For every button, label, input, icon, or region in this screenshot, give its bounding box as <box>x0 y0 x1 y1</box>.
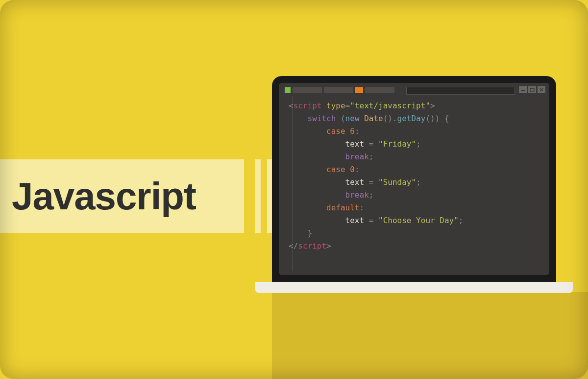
editor-toolbar <box>279 85 549 96</box>
editor-tab <box>365 87 394 93</box>
band-stripe <box>255 159 261 233</box>
editor-screen: <script type="text/javascript"> switch (… <box>279 83 549 275</box>
code-block: <script type="text/javascript"> switch (… <box>289 100 544 271</box>
editor-path-bar <box>406 87 515 95</box>
tab-indicator <box>285 87 291 93</box>
svg-rect-0 <box>521 90 525 91</box>
laptop: <script type="text/javascript"> switch (… <box>272 76 588 293</box>
editor-tab <box>324 87 353 93</box>
editor-tab <box>293 87 322 93</box>
close-icon <box>538 86 545 93</box>
svg-rect-1 <box>530 88 534 91</box>
laptop-base <box>255 282 573 293</box>
laptop-bezel: <script type="text/javascript"> switch (… <box>272 76 556 282</box>
window-controls <box>519 86 545 93</box>
title-band: Javascript <box>0 159 244 233</box>
title-text: Javascript <box>12 174 196 219</box>
minimize-icon <box>519 86 527 93</box>
laptop-shadow <box>272 292 588 379</box>
tab-active-indicator <box>355 87 363 93</box>
maximize-icon <box>528 86 536 93</box>
illustration-stage: Javascript <box>0 0 588 379</box>
